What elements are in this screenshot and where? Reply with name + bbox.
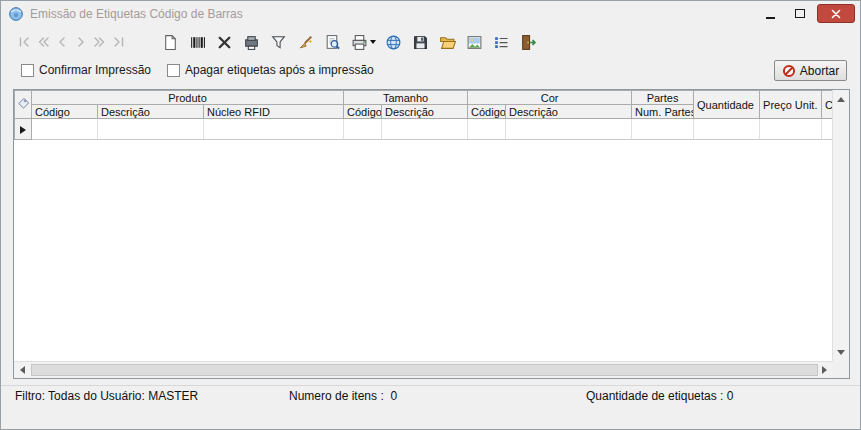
barcode-button[interactable] [184,30,211,54]
next-record-button[interactable] [71,30,90,54]
arrow-left-icon [20,366,25,374]
image-button[interactable] [461,30,488,54]
open-button[interactable] [434,30,461,54]
grid-table: Produto Tamanho Cor Partes Quantidade Pr… [14,90,832,140]
exit-button[interactable] [515,30,542,54]
abort-button[interactable]: Abortar [774,60,847,81]
table-row[interactable] [15,119,833,140]
prior-fast-icon [35,34,51,50]
arrow-right-icon [822,366,827,374]
broom-icon [297,34,314,51]
list-button[interactable] [488,30,515,54]
exit-door-icon [520,34,537,51]
globe-icon [385,34,402,51]
clear-button[interactable] [292,30,319,54]
grid-cell[interactable] [98,119,204,140]
print-dropdown-caret-icon[interactable] [370,40,376,44]
grid-cell[interactable] [694,119,760,140]
delete-after-print-checkbox[interactable]: Apagar etiquetas após a impressão [167,63,374,77]
arrow-down-icon [837,350,845,355]
maximize-icon [795,9,805,18]
maximize-button[interactable] [785,4,814,23]
column-cor-descricao[interactable]: Descrição [506,105,632,119]
scroll-up-button[interactable] [833,91,849,107]
column-tamanho-codigo[interactable]: Código [344,105,382,119]
next-fast-button[interactable] [90,30,109,54]
column-produto-descricao[interactable]: Descrição [98,105,204,119]
horizontal-scrollbar[interactable] [14,361,832,378]
last-record-button[interactable] [109,30,128,54]
statusbar: Filtro: Todas do Usuário: MASTER Numero … [1,385,860,406]
app-icon [8,6,24,22]
close-button[interactable] [817,4,855,23]
filter-button[interactable] [265,30,292,54]
prior-record-icon [54,34,70,50]
save-button[interactable] [407,30,434,54]
grid-cell[interactable] [468,119,506,140]
confirm-print-label: Confirmar Impressão [39,63,151,77]
grid-cell[interactable] [204,119,344,140]
column-quantidade[interactable]: Quantidade [694,91,760,119]
printer-icon [351,34,368,51]
confirm-print-checkbox[interactable]: Confirmar Impressão [21,63,151,77]
delete-button[interactable] [211,30,238,54]
barcode-printer-icon [243,34,260,51]
filter-funnel-icon [270,34,287,51]
web-button[interactable] [380,30,407,54]
column-partial[interactable]: C [822,91,832,119]
prior-record-button[interactable] [52,30,71,54]
band-produto[interactable]: Produto [32,91,344,105]
column-produto-nucleo-rfid[interactable]: Núcleo RFID [204,105,344,119]
current-row-arrow-icon [20,126,26,134]
scroll-right-button[interactable] [816,362,832,378]
window-controls [756,4,855,23]
abort-icon [782,64,796,78]
window-title: Emissão de Etiquetas Código de Barras [30,7,243,21]
last-record-icon [111,34,127,50]
grid-corner-tag[interactable] [15,91,32,119]
scroll-left-button[interactable] [14,362,30,378]
preview-button[interactable] [319,30,346,54]
column-cor-codigo[interactable]: Código [468,105,506,119]
titlebar[interactable]: Emissão de Etiquetas Código de Barras [1,1,860,27]
band-cor[interactable]: Cor [468,91,632,105]
options-row: Confirmar Impressão Apagar etiquetas apó… [1,58,860,84]
app-window: Emissão de Etiquetas Código de Barras [0,0,861,430]
vertical-scrollbar[interactable] [832,90,849,361]
prior-fast-button[interactable] [33,30,52,54]
delete-x-icon [216,34,233,51]
column-partes-num-partes[interactable]: Num. Partes [632,105,694,119]
toolbar [1,27,860,57]
new-document-icon [162,34,179,51]
grid-cell[interactable] [760,119,822,140]
grid-cell[interactable] [506,119,632,140]
grid-cell[interactable] [382,119,468,140]
grid-cell[interactable] [632,119,694,140]
checkbox-box [167,64,180,77]
band-tamanho[interactable]: Tamanho [344,91,468,105]
horizontal-scroll-thumb[interactable] [31,364,818,376]
band-partes[interactable]: Partes [632,91,694,105]
grid-cell[interactable] [822,119,832,140]
column-produto-codigo[interactable]: Código [32,105,98,119]
new-button[interactable] [157,30,184,54]
barcode-printer-button[interactable] [238,30,265,54]
barcode-icon [189,34,206,51]
first-record-button[interactable] [14,30,33,54]
grid-cell[interactable] [32,119,98,140]
row-indicator[interactable] [15,119,32,140]
print-preview-icon [324,34,341,51]
grid-content: Produto Tamanho Cor Partes Quantidade Pr… [14,90,832,361]
column-tamanho-descricao[interactable]: Descrição [382,105,468,119]
floppy-save-icon [412,34,429,51]
image-icon [466,34,483,51]
tag-icon [17,97,30,110]
status-label-count: Quantidade de etiquetas : 0 [586,386,733,407]
column-preco-unit[interactable]: Preço Unit. [760,91,822,119]
arrow-up-icon [837,97,845,102]
grid-cell[interactable] [344,119,382,140]
open-folder-icon [439,34,456,51]
minimize-button[interactable] [756,4,785,23]
print-button[interactable] [346,30,380,54]
scroll-down-button[interactable] [833,344,849,360]
